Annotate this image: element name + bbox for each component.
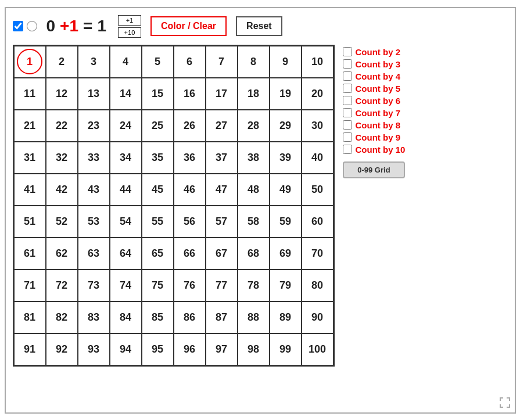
grid-cell[interactable]: 35 <box>142 142 174 174</box>
grid-cell[interactable]: 12 <box>46 78 78 110</box>
grid-cell[interactable]: 45 <box>142 174 174 206</box>
grid-cell[interactable]: 52 <box>46 206 78 238</box>
grid-cell[interactable]: 80 <box>302 270 333 301</box>
grid-cell[interactable]: 76 <box>174 270 206 301</box>
grid-cell[interactable]: 53 <box>78 206 110 238</box>
grid-cell[interactable]: 98 <box>238 333 270 365</box>
grid-cell[interactable]: 81 <box>14 301 46 333</box>
grid-cell[interactable]: 19 <box>270 78 302 110</box>
grid-cell[interactable]: 85 <box>142 301 174 333</box>
grid-cell[interactable]: 14 <box>110 78 142 110</box>
grid-cell[interactable]: 61 <box>14 238 46 270</box>
grid-cell[interactable]: 86 <box>174 301 206 333</box>
grid-cell[interactable]: 9 <box>270 46 302 78</box>
grid-cell[interactable]: 38 <box>238 142 270 174</box>
grid-cell[interactable]: 28 <box>238 110 270 142</box>
grid-cell[interactable]: 88 <box>238 301 270 333</box>
grid-cell[interactable]: 39 <box>270 142 302 174</box>
grid-cell[interactable]: 18 <box>238 78 270 110</box>
grid-cell[interactable]: 87 <box>206 301 238 333</box>
count-by-checkbox-3[interactable] <box>343 59 352 69</box>
grid-cell[interactable]: 26 <box>174 110 206 142</box>
count-by-checkbox-9[interactable] <box>343 132 352 142</box>
grid-cell[interactable]: 1 <box>14 46 46 78</box>
grid-cell[interactable]: 93 <box>78 333 110 365</box>
plus-ten-button[interactable]: +10 <box>118 27 141 38</box>
grid-cell[interactable]: 65 <box>142 238 174 270</box>
grid-cell[interactable]: 59 <box>270 206 302 238</box>
grid-cell[interactable]: 55 <box>142 206 174 238</box>
grid-cell[interactable]: 96 <box>174 333 206 365</box>
count-by-item-3[interactable]: Count by 3 <box>343 59 406 69</box>
grid-cell[interactable]: 51 <box>14 206 46 238</box>
grid-cell[interactable]: 89 <box>270 301 302 333</box>
grid-cell[interactable]: 23 <box>78 110 110 142</box>
grid-cell[interactable]: 33 <box>78 142 110 174</box>
count-by-item-6[interactable]: Count by 6 <box>343 96 406 106</box>
grid-cell[interactable]: 90 <box>302 301 333 333</box>
grid-cell[interactable]: 70 <box>302 238 333 270</box>
grid-cell[interactable]: 60 <box>302 206 333 238</box>
grid-cell[interactable]: 74 <box>110 270 142 301</box>
grid-cell[interactable]: 15 <box>142 78 174 110</box>
grid-cell[interactable]: 78 <box>238 270 270 301</box>
grid-cell[interactable]: 22 <box>46 110 78 142</box>
grid-cell[interactable]: 73 <box>78 270 110 301</box>
grid-cell[interactable]: 25 <box>142 110 174 142</box>
grid-cell[interactable]: 62 <box>46 238 78 270</box>
plus-one-button[interactable]: +1 <box>118 15 141 26</box>
count-by-checkbox-4[interactable] <box>343 71 352 81</box>
grid-cell[interactable]: 75 <box>142 270 174 301</box>
grid-cell[interactable]: 7 <box>206 46 238 78</box>
grid-cell[interactable]: 50 <box>302 174 333 206</box>
grid-cell[interactable]: 20 <box>302 78 333 110</box>
grid-cell[interactable]: 42 <box>46 174 78 206</box>
grid-cell[interactable]: 95 <box>142 333 174 365</box>
count-by-item-4[interactable]: Count by 4 <box>343 71 406 81</box>
grid-cell[interactable]: 63 <box>78 238 110 270</box>
grid-cell[interactable]: 13 <box>78 78 110 110</box>
grid-cell[interactable]: 57 <box>206 206 238 238</box>
grid-cell[interactable]: 16 <box>174 78 206 110</box>
grid-cell[interactable]: 27 <box>206 110 238 142</box>
count-by-item-2[interactable]: Count by 2 <box>343 47 406 57</box>
grid-cell[interactable]: 54 <box>110 206 142 238</box>
reset-button[interactable]: Reset <box>236 16 282 36</box>
grid-cell[interactable]: 49 <box>270 174 302 206</box>
fullscreen-icon[interactable] <box>500 397 510 408</box>
grid-cell[interactable]: 4 <box>110 46 142 78</box>
grid-cell[interactable]: 77 <box>206 270 238 301</box>
grid-cell[interactable]: 8 <box>238 46 270 78</box>
count-by-checkbox-8[interactable] <box>343 120 352 130</box>
grid-cell[interactable]: 43 <box>78 174 110 206</box>
grid-cell[interactable]: 69 <box>270 238 302 270</box>
grid-cell[interactable]: 100 <box>302 333 333 365</box>
grid-cell[interactable]: 5 <box>142 46 174 78</box>
grid-cell[interactable]: 47 <box>206 174 238 206</box>
count-by-item-5[interactable]: Count by 5 <box>343 84 406 94</box>
grid-cell[interactable]: 34 <box>110 142 142 174</box>
grid-cell[interactable]: 11 <box>14 78 46 110</box>
grid-cell[interactable]: 67 <box>206 238 238 270</box>
grid-cell[interactable]: 56 <box>174 206 206 238</box>
grid-cell[interactable]: 31 <box>14 142 46 174</box>
grid-cell[interactable]: 99 <box>270 333 302 365</box>
grid-cell[interactable]: 46 <box>174 174 206 206</box>
grid-cell[interactable]: 10 <box>302 46 333 78</box>
count-by-checkbox-6[interactable] <box>343 96 352 105</box>
grid-cell[interactable]: 66 <box>174 238 206 270</box>
grid-cell[interactable]: 17 <box>206 78 238 110</box>
grid-cell[interactable]: 82 <box>46 301 78 333</box>
grid-cell[interactable]: 71 <box>14 270 46 301</box>
grid-cell[interactable]: 30 <box>302 110 333 142</box>
grid-cell[interactable]: 2 <box>46 46 78 78</box>
count-by-item-8[interactable]: Count by 8 <box>343 120 406 130</box>
grid-cell[interactable]: 64 <box>110 238 142 270</box>
count-by-item-7[interactable]: Count by 7 <box>343 108 406 118</box>
grid-cell[interactable]: 58 <box>238 206 270 238</box>
checkbox-mode[interactable] <box>13 21 23 31</box>
count-by-checkbox-2[interactable] <box>343 47 352 56</box>
count-by-checkbox-5[interactable] <box>343 84 352 93</box>
grid-cell[interactable]: 79 <box>270 270 302 301</box>
grid-cell[interactable]: 68 <box>238 238 270 270</box>
